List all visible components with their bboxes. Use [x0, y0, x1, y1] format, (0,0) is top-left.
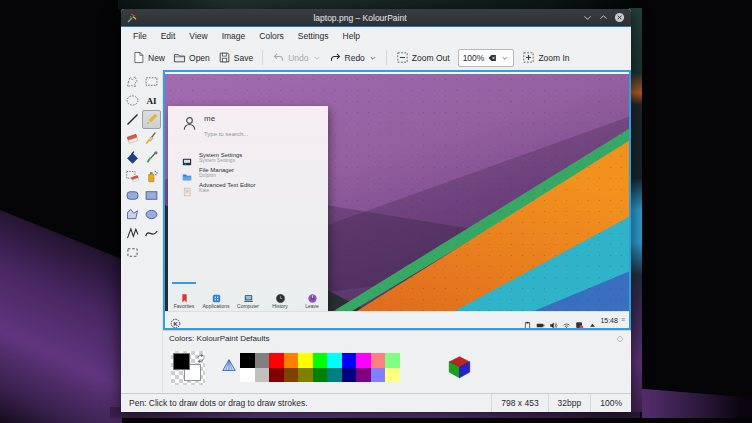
zoom-out-button[interactable]: Zoom Out — [392, 49, 454, 66]
redo-button[interactable]: Redo — [325, 49, 381, 66]
palette-swatch[interactable] — [371, 353, 386, 368]
menubar: FileEditViewImageColorsSettingsHelp — [121, 27, 631, 45]
palette-swatch[interactable] — [269, 353, 284, 368]
minimize-button[interactable] — [581, 11, 594, 24]
palette-swatch[interactable] — [342, 368, 357, 383]
desktop: laptop.png – KolourPaint FileEditViewIma… — [0, 0, 752, 423]
tool-brush[interactable] — [142, 129, 161, 148]
undo-chevron-down-icon[interactable] — [313, 54, 321, 62]
tool-flood-fill[interactable] — [123, 148, 142, 167]
color-similarity-icon[interactable] — [221, 358, 237, 374]
palette-swatch[interactable] — [327, 368, 342, 383]
titlebar[interactable]: laptop.png – KolourPaint — [121, 9, 631, 27]
launcher-app-text: File ManagerDolphin — [199, 167, 234, 179]
palette-swatch[interactable] — [313, 368, 328, 383]
dock-float-icon[interactable] — [615, 334, 625, 344]
maximize-button[interactable] — [597, 11, 610, 24]
kolourpaint-app-icon — [126, 12, 138, 24]
kolourpaint-window: laptop.png – KolourPaint FileEditViewIma… — [121, 9, 631, 412]
palette-swatch[interactable] — [342, 353, 357, 368]
wifi-icon — [562, 316, 571, 325]
redo-chevron-down-icon[interactable] — [369, 54, 377, 62]
applications-icon — [211, 290, 222, 301]
palette-swatch[interactable] — [269, 368, 284, 383]
zoom-level-combobox[interactable]: 100% — [458, 49, 515, 67]
canvas-image[interactable]: me Type to search... System SettingsSyst… — [165, 72, 629, 328]
palette-swatch[interactable] — [240, 353, 255, 368]
screenshot-taskbar: K 15:48 ≡ — [165, 311, 629, 328]
new-button-label: New — [148, 53, 165, 63]
launcher-tab-label: Leave — [305, 303, 319, 309]
menu-edit[interactable]: Edit — [154, 29, 183, 43]
tool-spraycan[interactable] — [142, 167, 161, 186]
computer-icon — [243, 290, 254, 301]
palette-swatch[interactable] — [240, 368, 255, 383]
zoom-level-value: 100% — [463, 53, 485, 63]
kde-launcher-icon: K — [170, 315, 181, 326]
zoom-in-button[interactable]: Zoom In — [518, 49, 573, 66]
tool-pen[interactable] — [142, 110, 161, 129]
palette-swatch[interactable] — [327, 353, 342, 368]
menu-settings[interactable]: Settings — [291, 29, 336, 43]
palette-swatch[interactable] — [255, 353, 270, 368]
tool-color-eraser[interactable] — [123, 167, 142, 186]
tool-elliptical-selection[interactable] — [123, 91, 142, 110]
foreground-color-swatch[interactable] — [173, 353, 190, 370]
swap-colors-icon[interactable] — [195, 350, 206, 361]
caret-up-icon — [588, 316, 597, 325]
rgb-color-cube-icon[interactable] — [447, 354, 472, 380]
toolbar: New Open Save Undo Redo — [121, 45, 631, 70]
tool-text[interactable]: AI — [142, 91, 161, 110]
undo-button[interactable]: Undo — [268, 49, 324, 66]
toolbar-separator — [262, 50, 263, 65]
launcher-app-item: Advanced Text EditorKate — [168, 180, 328, 195]
palette-swatch[interactable] — [298, 368, 313, 383]
palette-swatch[interactable] — [255, 368, 270, 383]
open-folder-icon — [173, 51, 186, 64]
tool-rectangle[interactable] — [142, 186, 161, 205]
tool-ellipse[interactable] — [142, 205, 161, 224]
palette-swatch[interactable] — [284, 353, 299, 368]
save-icon — [218, 51, 231, 64]
tool-curve[interactable] — [142, 224, 161, 243]
launcher-app-sublabel: System Settings — [199, 158, 242, 163]
clipboard-icon — [523, 316, 532, 325]
launcher-app-sublabel: Dolphin — [199, 173, 234, 178]
canvas-scroll-view[interactable]: me Type to search... System SettingsSyst… — [163, 70, 631, 330]
menu-help[interactable]: Help — [336, 29, 367, 43]
foreground-background-swatch[interactable] — [171, 351, 205, 385]
new-button[interactable]: New — [128, 49, 169, 66]
palette-swatch[interactable] — [371, 368, 386, 383]
clear-input-icon[interactable] — [487, 53, 497, 63]
menu-colors[interactable]: Colors — [252, 29, 291, 43]
desktop-wallpaper-bottom-right — [642, 365, 752, 418]
tool-zoom[interactable] — [123, 243, 142, 262]
palette-swatch[interactable] — [284, 368, 299, 383]
tool-line[interactable] — [123, 110, 142, 129]
tool-eraser[interactable] — [123, 129, 142, 148]
palette-swatch[interactable] — [385, 353, 400, 368]
tool-rounded-rectangle[interactable] — [123, 186, 142, 205]
tool-polygon[interactable] — [123, 205, 142, 224]
open-button[interactable]: Open — [169, 49, 214, 66]
history-icon — [275, 290, 286, 301]
launcher-app-text: System SettingsSystem Settings — [199, 152, 242, 164]
close-button[interactable] — [613, 11, 626, 24]
palette-swatch[interactable] — [356, 353, 371, 368]
tool-free-form-selection[interactable] — [123, 72, 142, 91]
screenshot-launcher-menu: me Type to search... System SettingsSyst… — [168, 106, 328, 316]
palette-swatch[interactable] — [356, 368, 371, 383]
tool-color-picker[interactable] — [142, 148, 161, 167]
palette-swatch[interactable] — [313, 353, 328, 368]
zoom-combo-chevron-down-icon[interactable] — [501, 54, 509, 62]
tool-rectangular-selection[interactable] — [142, 72, 161, 91]
palette-swatch[interactable] — [385, 368, 400, 383]
tool-connected-lines[interactable] — [123, 224, 142, 243]
menu-image[interactable]: Image — [215, 29, 253, 43]
palette-swatch[interactable] — [298, 353, 313, 368]
zoom-out-label: Zoom Out — [412, 53, 450, 63]
status-color-depth: 32bpp — [548, 394, 591, 412]
save-button[interactable]: Save — [214, 49, 257, 66]
menu-file[interactable]: File — [126, 29, 154, 43]
menu-view[interactable]: View — [182, 29, 214, 43]
